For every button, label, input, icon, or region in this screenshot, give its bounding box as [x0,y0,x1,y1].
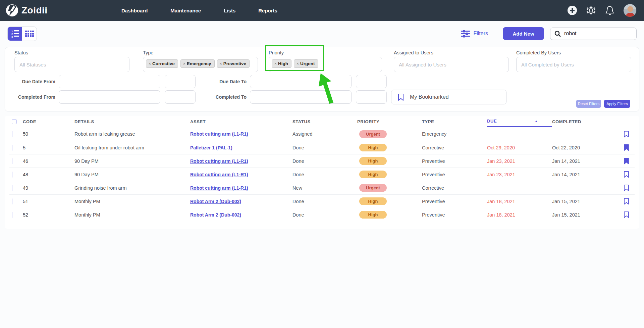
filter-chip[interactable]: ×Corrective [146,59,178,68]
add-new-button[interactable]: Add New [503,27,544,40]
row-checkbox[interactable] [12,145,12,151]
nav-reports[interactable]: Reports [258,8,277,13]
list-view-button[interactable]: 1 2 3 [8,27,22,41]
column-header-details[interactable]: DETAILS [74,116,190,127]
bookmark-outline-icon[interactable] [624,184,629,191]
cell-type: Preventive [422,158,487,164]
assigned-users-filter-label: Assigned to Users [394,50,433,55]
type-filter-select[interactable]: ×Corrective×Emergency×Preventive [143,57,258,72]
asset-link[interactable]: Robot cutting arm (L1-R1) [190,185,248,191]
table-row[interactable]: 49Grinding noise from armRobot cutting a… [9,181,635,194]
due-time-to-input[interactable] [356,75,387,88]
grid-view-button[interactable] [22,27,37,41]
completed-time-from-input[interactable] [165,90,196,104]
row-checkbox[interactable] [12,172,12,178]
asset-link[interactable]: Robot Arm 2 (Dub-002) [190,212,241,218]
search-input[interactable] [564,31,632,37]
bookmark-icon [398,93,404,101]
table-row[interactable]: 51Monthly PMRobot Arm 2 (Dub-002)DoneHig… [9,194,635,208]
due-date-to-label: Due Date To [196,79,247,84]
navbar-actions [568,0,637,21]
completed-from-input[interactable] [59,90,160,104]
bookmark-outline-icon[interactable] [624,171,629,178]
table-row[interactable]: 50Robot arm is leaking greaseRobot cutti… [9,127,635,141]
nav-maintenance[interactable]: Maintenance [170,8,201,13]
chip-remove-icon[interactable]: × [297,61,299,66]
priority-badge: Urgent [359,184,387,192]
completed-by-users-filter-input[interactable] [516,57,631,72]
completed-time-to-input[interactable] [356,90,387,104]
cell-status: Done [292,172,357,177]
bookmark-filled-icon[interactable] [624,157,629,165]
asset-link[interactable]: Robot cutting arm (L1-R1) [190,172,248,177]
cell-due-date: Jan 23, 2021 [487,158,552,164]
row-checkbox[interactable] [12,212,12,218]
reset-filters-button[interactable]: Reset Filters [576,100,601,108]
asset-link[interactable]: Palletizer 1 (PAL-1) [190,145,232,150]
column-header-due[interactable]: DUE ▲ [487,116,552,127]
priority-filter-label: Priority [269,50,284,55]
row-checkbox[interactable] [12,131,12,137]
apply-filters-button[interactable]: Apply Filters [604,100,630,108]
bookmark-outline-icon[interactable] [624,211,629,218]
cell-details: Monthly PM [74,199,190,204]
priority-filter-select[interactable]: ×High×Urgent [269,57,382,72]
cell-type: Preventive [422,172,487,177]
assigned-users-filter-input[interactable] [394,57,509,72]
bookmark-outline-icon[interactable] [624,131,629,138]
asset-link[interactable]: Robot Arm 2 (Dub-002) [190,199,241,204]
filters-toggle[interactable]: Filters [461,30,488,38]
asset-link[interactable]: Robot cutting arm (L1-R1) [190,158,248,164]
cell-code: 49 [23,185,74,191]
column-header-priority[interactable]: PRIORITY [357,116,422,127]
zoidii-logo-icon [6,4,18,17]
my-bookmarked-button[interactable]: My Bookmarked [391,90,506,104]
due-time-from-input[interactable] [165,75,196,88]
chip-remove-icon[interactable]: × [220,61,222,66]
chip-remove-icon[interactable]: × [274,61,277,66]
row-checkbox[interactable] [12,198,12,204]
filter-chip[interactable]: ×High [272,59,291,68]
add-plus-icon[interactable] [568,6,577,15]
table-row[interactable]: 52Monthly PMRobot Arm 2 (Dub-002)DoneHig… [9,208,635,221]
column-header-status[interactable]: STATUS [292,116,357,127]
user-avatar[interactable] [623,4,637,17]
priority-badge: High [359,144,387,151]
chip-remove-icon[interactable]: × [149,61,151,66]
filter-chip[interactable]: ×Preventive [217,59,250,68]
due-date-from-input[interactable] [59,75,160,88]
bookmark-outline-icon[interactable] [624,198,629,205]
nav-lists[interactable]: Lists [224,8,235,13]
settings-gear-icon[interactable] [586,5,596,16]
completed-to-input[interactable] [250,90,352,104]
column-header-code[interactable]: CODE [23,116,74,127]
asset-link[interactable]: Robot cutting arm (L1-R1) [190,131,248,137]
chip-remove-icon[interactable]: × [183,61,185,66]
table-row[interactable]: 4690 Day PMRobot cutting arm (L1-R1)Done… [9,154,635,168]
cell-code: 5 [23,145,74,150]
nav-dashboard[interactable]: Dashboard [121,8,148,13]
cell-completed-date: Jan 15, 2021 [552,199,618,204]
app-logo[interactable]: Zoidii [6,0,48,21]
cell-status: New [292,185,357,191]
my-bookmarked-label: My Bookmarked [410,94,449,100]
cell-details: Grinding noise from arm [74,185,190,191]
filter-chip[interactable]: ×Urgent [294,59,318,68]
bookmark-filled-icon[interactable] [624,144,629,151]
cell-due-date: Jan 23, 2021 [487,172,552,177]
table-row[interactable]: 4890 Day PMRobot cutting arm (L1-R1)Done… [9,168,635,181]
column-header-asset[interactable]: ASSET [190,116,292,127]
column-header-completed[interactable]: COMPLETED [552,116,618,127]
notifications-bell-icon[interactable] [605,5,614,15]
cell-details: Oil leaking from under robot arm [74,145,190,150]
select-all-checkbox[interactable] [12,119,17,124]
status-filter-input[interactable] [14,57,129,72]
completed-to-label: Completed To [196,94,247,100]
table-row[interactable]: 5Oil leaking from under robot armPalleti… [9,141,635,154]
cell-details: 90 Day PM [74,172,190,177]
row-checkbox[interactable] [12,158,12,164]
due-date-to-input[interactable] [250,75,352,88]
row-checkbox[interactable] [12,185,12,191]
column-header-type[interactable]: TYPE [422,116,487,127]
filter-chip[interactable]: ×Emergency [180,59,215,68]
